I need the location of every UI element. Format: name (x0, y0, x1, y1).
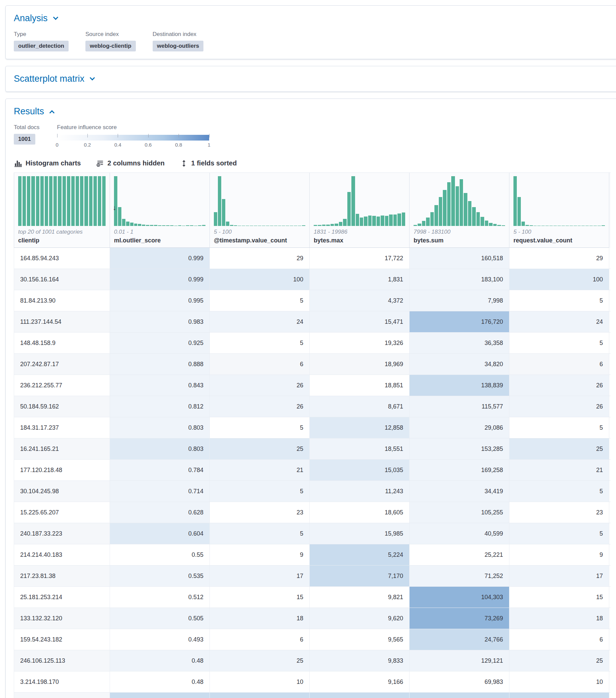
cell-bytes-max[interactable]: 15,471 (310, 311, 409, 332)
cell-request-value-count[interactable]: 25 (509, 650, 609, 671)
cell-bytes-sum[interactable]: 25,221 (409, 544, 509, 565)
cell-clientip[interactable]: 111.237.144.54 (14, 311, 110, 332)
cell-request-value-count[interactable]: 5 (509, 333, 609, 353)
results-section-toggle[interactable]: Results (14, 106, 54, 117)
cell-bytes-max[interactable]: 18,551 (310, 438, 409, 459)
cell-request-value-count[interactable]: 6 (509, 629, 609, 650)
scatterplot-section-toggle[interactable]: Scatterplot matrix (14, 74, 94, 84)
cell-bytes-sum[interactable]: 69,983 (409, 671, 509, 692)
cell-bytes-max[interactable]: 19,326 (310, 333, 409, 353)
cell-bytes-sum[interactable]: 105,255 (409, 502, 509, 523)
cell-bytes-sum[interactable]: 73,269 (409, 608, 509, 629)
cell-ml-outlier-score[interactable]: 0.999 (110, 248, 210, 269)
columns-hidden-button[interactable]: 2 columns hidden (97, 159, 165, 167)
cell-bytes-sum[interactable]: 71,252 (409, 566, 509, 586)
cell-timestamp-value-count[interactable]: 10 (210, 671, 310, 692)
cell-bytes-sum[interactable]: 183,100 (409, 269, 509, 290)
cell-bytes-max[interactable]: 15,035 (310, 460, 409, 480)
cell-ml-outlier-score[interactable]: 0.888 (110, 354, 210, 375)
cell-ml-outlier-score[interactable]: 0.925 (110, 333, 210, 353)
cell-bytes-sum[interactable]: 169,258 (409, 460, 509, 480)
cell-timestamp-value-count[interactable]: 5 (210, 523, 310, 544)
analysis-section-toggle[interactable]: Analysis (14, 13, 57, 24)
cell-timestamp-value-count[interactable]: 15 (210, 587, 310, 608)
cell-ml-outlier-score[interactable]: 0.843 (110, 375, 210, 396)
cell-ml-outlier-score[interactable]: 0.48 (110, 650, 210, 671)
cell-timestamp-value-count[interactable]: 25 (210, 438, 310, 459)
cell-clientip[interactable]: 236.212.255.77 (14, 375, 110, 396)
cell-bytes-sum[interactable]: 104,303 (409, 587, 509, 608)
cell-timestamp-value-count[interactable]: 100 (210, 269, 310, 290)
cell-bytes-max[interactable]: 9,166 (310, 671, 409, 692)
cell-bytes-max[interactable]: 9,620 (310, 608, 409, 629)
cell-bytes-max[interactable]: 18,969 (310, 354, 409, 375)
cell-bytes-max[interactable]: 9,821 (310, 587, 409, 608)
cell-bytes-max[interactable]: 12,858 (310, 417, 409, 438)
cell-bytes-sum[interactable]: 24,766 (409, 629, 509, 650)
cell-ml-outlier-score[interactable]: 0.493 (110, 629, 210, 650)
cell-bytes-sum[interactable]: 34,419 (409, 481, 509, 502)
cell-bytes-sum[interactable]: 176,720 (409, 311, 509, 332)
column-header-request-value-count[interactable]: 5 - 100request.value_count (509, 173, 609, 248)
cell-timestamp-value-count[interactable] (210, 693, 310, 698)
cell-ml-outlier-score[interactable]: 0.512 (110, 587, 210, 608)
cell-ml-outlier-score[interactable]: 0.505 (110, 608, 210, 629)
cell-timestamp-value-count[interactable]: 29 (210, 248, 310, 269)
histogram-charts-button[interactable]: Histogram charts (14, 159, 81, 167)
cell-clientip[interactable]: 30.104.245.98 (14, 481, 110, 502)
cell-clientip[interactable]: 246.106.125.113 (14, 650, 110, 671)
cell-bytes-max[interactable]: 1,831 (310, 269, 409, 290)
cell-ml-outlier-score[interactable]: 0.604 (110, 523, 210, 544)
cell-clientip[interactable]: 240.187.33.223 (14, 523, 110, 544)
cell-ml-outlier-score[interactable]: 0.784 (110, 460, 210, 480)
cell-ml-outlier-score[interactable]: 0.628 (110, 502, 210, 523)
column-header-clientip[interactable]: top 20 of 1001 categoriesclientip (14, 173, 110, 248)
column-header-timestamp-value-count[interactable]: 5 - 100@timestamp.value_count (210, 173, 310, 248)
cell-request-value-count[interactable]: 29 (509, 248, 609, 269)
cell-request-value-count[interactable]: 17 (509, 566, 609, 586)
cell-clientip[interactable]: 30.156.16.164 (14, 269, 110, 290)
cell-request-value-count[interactable]: 18 (509, 608, 609, 629)
cell-timestamp-value-count[interactable]: 26 (210, 375, 310, 396)
cell-request-value-count[interactable]: 15 (509, 587, 609, 608)
cell-bytes-max[interactable]: 9,833 (310, 650, 409, 671)
cell-ml-outlier-score[interactable]: 0.999 (110, 269, 210, 290)
cell-request-value-count[interactable]: 25 (509, 438, 609, 459)
cell-bytes-max[interactable]: 7,170 (310, 566, 409, 586)
cell-bytes-sum[interactable]: 36,358 (409, 333, 509, 353)
cell-timestamp-value-count[interactable]: 5 (210, 417, 310, 438)
cell-bytes-sum[interactable]: 34,820 (409, 354, 509, 375)
cell-timestamp-value-count[interactable]: 18 (210, 608, 310, 629)
cell-clientip[interactable]: 15.225.65.207 (14, 502, 110, 523)
cell-bytes-sum[interactable]: 138,839 (409, 375, 509, 396)
cell-request-value-count[interactable] (509, 693, 609, 698)
cell-timestamp-value-count[interactable]: 21 (210, 460, 310, 480)
cell-timestamp-value-count[interactable]: 6 (210, 354, 310, 375)
cell-request-value-count[interactable]: 5 (509, 481, 609, 502)
cell-clientip[interactable]: 164.85.94.243 (14, 248, 110, 269)
cell-timestamp-value-count[interactable]: 9 (210, 544, 310, 565)
cell-bytes-sum[interactable]: 115,577 (409, 396, 509, 417)
cell-ml-outlier-score[interactable]: 0.812 (110, 396, 210, 417)
cell-request-value-count[interactable]: 23 (509, 502, 609, 523)
cell-request-value-count[interactable]: 9 (509, 544, 609, 565)
cell-clientip[interactable]: 148.48.158.9 (14, 333, 110, 353)
cell-request-value-count[interactable]: 5 (509, 417, 609, 438)
cell-request-value-count[interactable]: 21 (509, 460, 609, 480)
column-header-bytes-sum[interactable]: 7998 - 183100bytes.sum (409, 173, 509, 248)
fields-sorted-button[interactable]: 1 fields sorted (180, 159, 237, 167)
cell-bytes-max[interactable]: 18,605 (310, 502, 409, 523)
cell-timestamp-value-count[interactable]: 25 (210, 650, 310, 671)
cell-bytes-max[interactable]: 17,722 (310, 248, 409, 269)
cell-request-value-count[interactable]: 24 (509, 311, 609, 332)
cell-ml-outlier-score[interactable]: 0.995 (110, 290, 210, 311)
cell-ml-outlier-score[interactable]: 0.803 (110, 417, 210, 438)
cell-clientip[interactable] (14, 693, 110, 698)
cell-ml-outlier-score[interactable]: 0.714 (110, 481, 210, 502)
cell-clientip[interactable]: 214.214.40.183 (14, 544, 110, 565)
cell-bytes-sum[interactable]: 160,518 (409, 248, 509, 269)
cell-ml-outlier-score[interactable] (110, 693, 210, 698)
cell-timestamp-value-count[interactable]: 17 (210, 566, 310, 586)
cell-bytes-max[interactable]: 9,565 (310, 629, 409, 650)
cell-clientip[interactable]: 16.241.165.21 (14, 438, 110, 459)
